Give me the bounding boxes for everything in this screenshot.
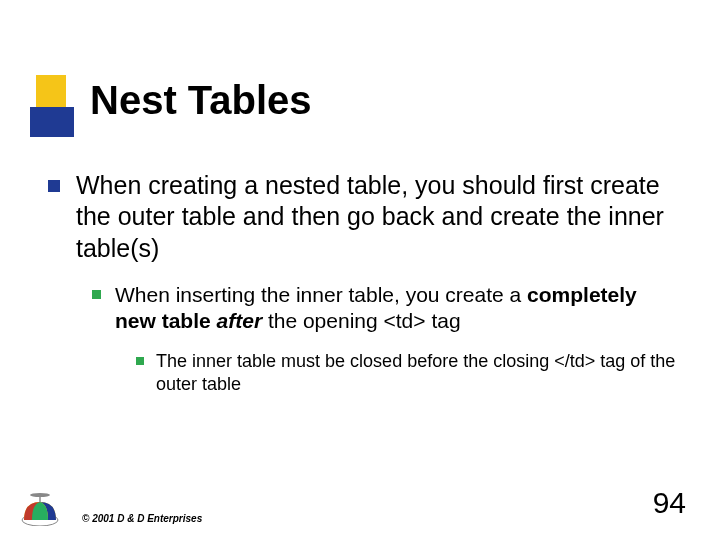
bullet-square-icon [92,290,101,299]
bullet-level3-text: The inner table must be closed before th… [156,350,680,395]
bullet-level2-pre: When inserting the inner table, you crea… [115,283,527,306]
bullet-level1-text: When creating a nested table, you should… [76,170,680,264]
bullet-level1: When creating a nested table, you should… [48,170,680,264]
bullet-level2-post: the opening <td> tag [262,309,461,332]
slide-body: When creating a nested table, you should… [48,170,680,395]
page-number: 94 [653,486,686,520]
bullet-level3: The inner table must be closed before th… [136,350,680,395]
bullet-level2-text: When inserting the inner table, you crea… [115,282,680,335]
title-decoration [30,75,74,147]
svg-point-2 [30,493,50,497]
copyright-text: © 2001 D & D Enterprises [82,513,202,524]
bullet-level2: When inserting the inner table, you crea… [92,282,680,335]
bullet-level2-ital: after [217,309,263,332]
title-accent-blue [30,107,74,137]
bullet-square-icon [136,357,144,365]
bullet-square-icon [48,180,60,192]
slide-title: Nest Tables [90,78,312,123]
propeller-hat-icon [18,490,62,526]
